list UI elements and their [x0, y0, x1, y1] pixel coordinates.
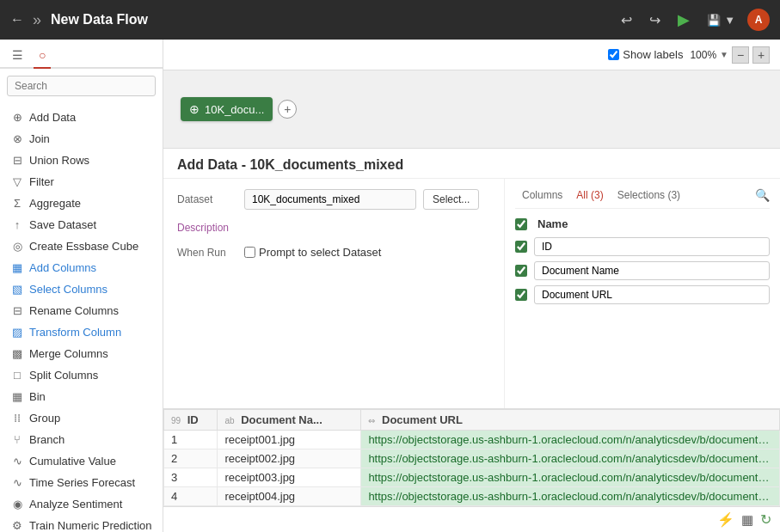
docname-checkbox[interactable] — [515, 265, 527, 277]
column-docurl-row — [515, 285, 770, 304]
sidebar-item-label: Rename Columns — [29, 304, 119, 317]
id-checkbox[interactable] — [515, 241, 527, 253]
cell-docname: receipt004.jpg — [218, 487, 361, 506]
sidebar-item-label: Cumulative Value — [29, 455, 116, 468]
save-dataset-icon: ↑ — [10, 218, 24, 231]
table-header-docurl: ⇔ Document URL — [361, 410, 780, 431]
branch-icon: ⑂ — [10, 433, 24, 446]
sidebar-item-merge-columns[interactable]: ▩ Merge Columns — [0, 343, 163, 364]
zoom-minus-button[interactable]: − — [732, 46, 749, 64]
run-button[interactable]: ▶ — [673, 7, 695, 33]
table-header-docname: ab Document Na... — [218, 410, 361, 431]
cell-docname: receipt002.jpg — [218, 449, 361, 468]
docurl-checkbox[interactable] — [515, 289, 527, 301]
sentiment-icon: ◉ — [10, 498, 24, 511]
sidebar-tab-list[interactable]: ☰ — [7, 45, 28, 69]
rename-columns-icon: ⊟ — [10, 304, 24, 317]
sidebar-item-label: Split Columns — [29, 369, 98, 382]
join-icon: ⊗ — [10, 132, 24, 145]
table-header-row: 99 ID ab Document Na... ⇔ Document URL — [164, 410, 780, 431]
table-row: 1 receipt001.jpg https://objectstorage.u… — [164, 431, 780, 449]
sidebar-item-rename-columns[interactable]: ⊟ Rename Columns — [0, 300, 163, 321]
select-button[interactable]: Select... — [423, 189, 479, 210]
sidebar-item-save-dataset[interactable]: ↑ Save Dataset — [0, 214, 163, 235]
sidebar-item-aggregate[interactable]: Σ Aggregate — [0, 193, 163, 214]
docname-header-label: Document Na... — [241, 413, 322, 426]
lightning-icon[interactable]: ⚡ — [717, 511, 734, 528]
tab-all[interactable]: All (3) — [569, 186, 610, 205]
name-checkbox[interactable] — [515, 218, 527, 230]
prompt-label: Prompt to select Dataset — [259, 246, 381, 259]
sidebar-item-add-columns[interactable]: ▦ Add Columns — [0, 257, 163, 278]
sidebar-item-label: Filter — [29, 175, 54, 188]
sidebar-item-analyze-sentiment[interactable]: ◉ Analyze Sentiment — [0, 493, 163, 515]
save-button[interactable]: 💾 ▼ — [702, 9, 740, 31]
sidebar-tab-flow[interactable]: ○ — [34, 45, 51, 69]
sidebar-item-cumulative-value[interactable]: ∿ Cumulative Value — [0, 450, 163, 472]
avatar[interactable]: A — [747, 9, 770, 31]
sidebar-item-select-columns[interactable]: ▧ Select Columns — [0, 278, 163, 300]
docname-input[interactable] — [534, 261, 770, 280]
docurl-input[interactable] — [534, 285, 770, 304]
cell-docurl: https://objectstorage.us-ashburn-1.oracl… — [361, 468, 780, 487]
node-add-button[interactable]: + — [278, 100, 297, 119]
node-label: 10K_docu... — [205, 103, 264, 116]
sidebar-item-label: Branch — [29, 433, 64, 446]
sidebar-item-join[interactable]: ⊗ Join — [0, 128, 163, 150]
main-layout: ☰ ○ ⊕ Add Data ⊗ Join ⊟ Union Rows ▽ Fil… — [0, 40, 780, 532]
column-tabs: Columns All (3) Selections (3) 🔍 — [515, 186, 770, 209]
column-search-icon[interactable]: 🔍 — [755, 188, 770, 202]
sidebar-items: ⊕ Add Data ⊗ Join ⊟ Union Rows ▽ Filter … — [0, 103, 163, 532]
sidebar-search-container — [0, 69, 163, 103]
sidebar-item-train-numeric[interactable]: ⚙ Train Numeric Prediction — [0, 515, 163, 532]
sidebar-item-union-rows[interactable]: ⊟ Union Rows — [0, 150, 163, 171]
sidebar-item-create-essbase[interactable]: ◎ Create Essbase Cube — [0, 235, 163, 257]
zoom-controls: 100% ▼ − + — [690, 46, 770, 64]
sidebar-item-label: Merge Columns — [29, 347, 108, 360]
dataset-label: Dataset — [177, 193, 237, 205]
filter-icon: ▽ — [10, 175, 24, 188]
sidebar-item-label: Train Numeric Prediction — [29, 519, 152, 532]
sidebar-item-bin[interactable]: ▦ Bin — [0, 386, 163, 407]
id-header-label: ID — [187, 413, 199, 426]
add-columns-icon: ▦ — [10, 261, 24, 274]
sidebar-item-add-data[interactable]: ⊕ Add Data — [0, 107, 163, 128]
zoom-plus-button[interactable]: + — [752, 46, 770, 64]
zoom-dropdown-arrow[interactable]: ▼ — [720, 50, 728, 59]
save-icon: 💾 — [707, 14, 721, 27]
panel: Add Data - 10K_documents_mixed Dataset S… — [163, 148, 780, 532]
sidebar-item-transform-column[interactable]: ▨ Transform Column — [0, 321, 163, 343]
tab-selections[interactable]: Selections (3) — [611, 186, 687, 205]
grid-view-icon[interactable]: ▦ — [741, 512, 753, 528]
sidebar-item-label: Group — [29, 412, 60, 425]
id-input[interactable] — [534, 237, 770, 256]
back-button[interactable]: ← — [10, 12, 24, 28]
sidebar-item-filter[interactable]: ▽ Filter — [0, 171, 163, 193]
sidebar-tabs: ☰ ○ — [0, 40, 163, 69]
transform-column-icon: ▨ — [10, 326, 24, 339]
redo-button[interactable]: ↪ — [644, 9, 666, 32]
column-name-header: Name — [515, 216, 770, 232]
dataset-input[interactable] — [244, 189, 416, 210]
data-node[interactable]: ⊕ 10K_docu... — [181, 97, 273, 121]
refresh-icon[interactable]: ↻ — [760, 511, 771, 528]
undo-button[interactable]: ↩ — [616, 9, 637, 32]
when-run-row: When Run Prompt to select Dataset — [177, 246, 490, 259]
description-row: Description — [177, 218, 490, 234]
sidebar-item-time-series[interactable]: ∿ Time Series Forecast — [0, 472, 163, 493]
zoom-value: 100% — [690, 49, 716, 61]
sidebar-item-split-columns[interactable]: □ Split Columns — [0, 364, 163, 386]
sidebar-item-branch[interactable]: ⑂ Branch — [0, 429, 163, 450]
cumulative-icon: ∿ — [10, 455, 24, 468]
table-header-id: 99 ID — [164, 410, 218, 431]
split-columns-icon: □ — [10, 369, 24, 382]
show-labels-checkbox[interactable] — [608, 49, 619, 60]
sidebar-item-group[interactable]: ⁞⁞ Group — [0, 407, 163, 429]
union-icon: ⊟ — [10, 154, 24, 167]
tab-columns[interactable]: Columns — [515, 186, 569, 205]
prompt-checkbox[interactable] — [244, 247, 255, 258]
select-columns-icon: ▧ — [10, 283, 24, 296]
search-input[interactable] — [7, 76, 156, 96]
column-docname-row — [515, 261, 770, 280]
panel-body: Dataset Select... Description When Run P… — [163, 179, 780, 408]
